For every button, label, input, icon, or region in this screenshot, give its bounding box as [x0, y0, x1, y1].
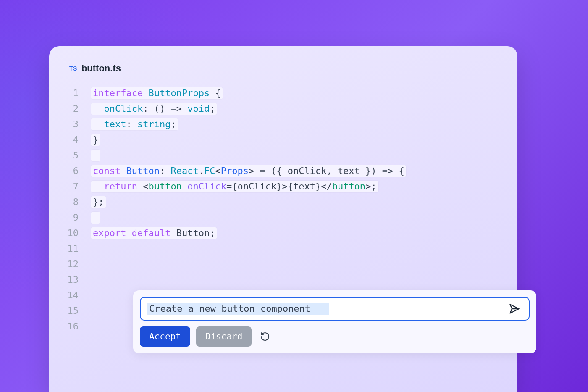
typescript-icon: TS [69, 65, 77, 72]
code-line: text: string; [91, 117, 505, 132]
line-number: 13 [62, 272, 79, 288]
code-line: return <button onClick={onClick}>{text}<… [91, 179, 505, 195]
code-line [91, 148, 505, 163]
ai-prompt-panel: Create a new button component Accept Dis… [133, 290, 536, 353]
code-editor[interactable]: 12345678910111213141516 interface Button… [62, 86, 505, 334]
line-number: 1 [62, 86, 79, 101]
retry-button[interactable] [257, 329, 273, 344]
line-number: 2 [62, 101, 79, 117]
refresh-icon [260, 331, 270, 342]
send-icon [509, 303, 520, 315]
prompt-input-container[interactable]: Create a new button component [140, 297, 530, 321]
line-number: 16 [62, 319, 79, 334]
code-line: interface ButtonProps { [91, 86, 505, 101]
prompt-input[interactable]: Create a new button component [147, 301, 329, 317]
line-number: 9 [62, 210, 79, 226]
code-line: const Button: React.FC<Props> = ({ onCli… [91, 163, 505, 179]
accept-button[interactable]: Accept [140, 326, 190, 347]
line-number: 15 [62, 303, 79, 319]
line-number: 8 [62, 195, 79, 210]
code-line: } [91, 132, 505, 148]
code-content[interactable]: interface ButtonProps { onClick: () => v… [91, 86, 505, 334]
discard-button[interactable]: Discard [196, 326, 252, 347]
code-line: export default Button; [91, 226, 505, 241]
line-number: 12 [62, 257, 79, 272]
line-number: 4 [62, 132, 79, 148]
code-line: onClick: () => void; [91, 101, 505, 117]
line-number-gutter: 12345678910111213141516 [62, 86, 91, 334]
line-number: 10 [62, 226, 79, 241]
line-number: 14 [62, 288, 79, 303]
line-number: 3 [62, 117, 79, 132]
action-row: Accept Discard [140, 326, 530, 347]
line-number: 6 [62, 163, 79, 179]
file-tab[interactable]: TS button.ts [69, 63, 505, 74]
file-name: button.ts [81, 63, 121, 74]
code-line: }; [91, 195, 505, 210]
line-number: 5 [62, 148, 79, 163]
send-button[interactable] [507, 301, 522, 316]
line-number: 11 [62, 241, 79, 257]
editor-window: TS button.ts 12345678910111213141516 int… [49, 46, 517, 392]
line-number: 7 [62, 179, 79, 195]
code-line [91, 210, 505, 226]
